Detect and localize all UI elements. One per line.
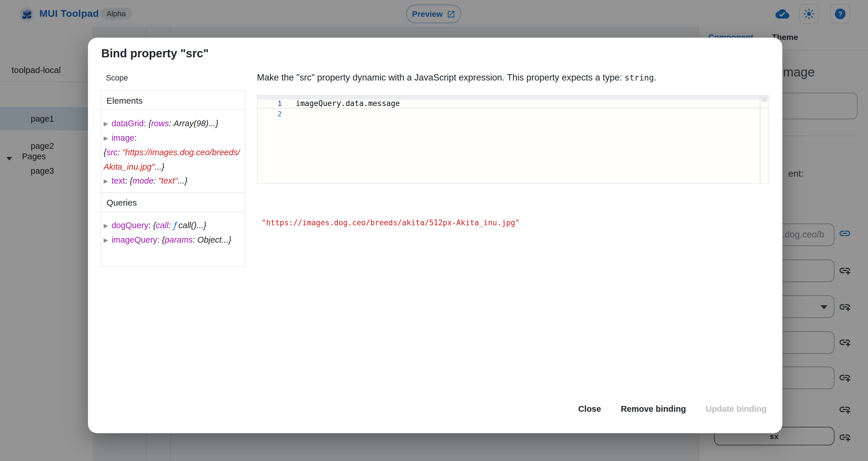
- description-type: string: [625, 73, 654, 82]
- scope-item-dataGrid[interactable]: ▶dataGrid: {rows: Array(98)...}: [103, 116, 240, 131]
- dialog-actions: Close Remove binding Update binding: [88, 400, 774, 417]
- tree-expand-icon[interactable]: ▶: [103, 135, 108, 141]
- evaluated-result: "https://images.dog.ceo/breeds/akita/512…: [261, 218, 520, 227]
- update-binding-button[interactable]: Update binding: [699, 400, 774, 417]
- toolpad-app: MUI Toolpad Alpha Preview: [0, 0, 868, 461]
- remove-binding-button[interactable]: Remove binding: [614, 400, 693, 417]
- expression-code: imageQuery.data.message: [296, 99, 400, 108]
- bind-property-dialog: Bind property "src" Scope Elements ▶data…: [88, 38, 782, 433]
- queries-list: ▶dogQuery: {call: ƒ call()...} ▶imageQue…: [101, 212, 245, 251]
- tree-expand-icon[interactable]: ▶: [103, 222, 108, 228]
- close-button[interactable]: Close: [571, 400, 608, 417]
- tree-expand-icon[interactable]: ▶: [103, 177, 108, 184]
- bind-description: Make the "src" property dynamic with a J…: [257, 73, 769, 83]
- line-number-1: 1: [257, 99, 282, 108]
- dialog-title: Bind property "src": [101, 47, 209, 60]
- elements-list: ▶dataGrid: {rows: Array(98)...} ▶image: …: [101, 110, 245, 193]
- scope-item-text[interactable]: ▶text: {mode: "text"...}: [103, 174, 240, 188]
- scope-panel: Elements ▶dataGrid: {rows: Array(98)...}…: [101, 90, 245, 267]
- scope-item-imageQuery[interactable]: ▶imageQuery: {params: Object...}: [103, 233, 240, 247]
- tree-expand-icon[interactable]: ▶: [103, 237, 108, 243]
- queries-header: Queries: [101, 193, 245, 212]
- description-text: Make the "src" property dynamic with a J…: [257, 73, 625, 82]
- scope-label: Scope: [106, 74, 128, 82]
- scope-item-image[interactable]: ▶image: {src: "https://images.dog.ceo/br…: [103, 131, 240, 174]
- editor-scrollbar-corner: [762, 97, 767, 102]
- description-suffix: .: [654, 73, 656, 82]
- elements-header: Elements: [101, 91, 245, 110]
- line-number-2: 2: [257, 110, 282, 118]
- editor-scrollbar-track[interactable]: [760, 95, 761, 183]
- tree-expand-icon[interactable]: ▶: [103, 120, 108, 126]
- expression-editor[interactable]: 1 2 imageQuery.data.message: [257, 95, 769, 183]
- scope-item-dogQuery[interactable]: ▶dogQuery: {call: ƒ call()...}: [103, 218, 240, 233]
